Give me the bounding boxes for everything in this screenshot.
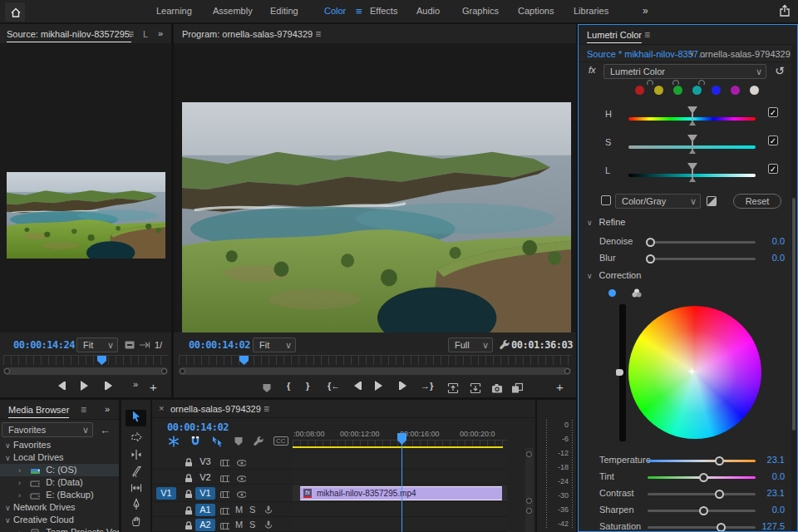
lock-track-toggle[interactable]	[182, 520, 192, 531]
clip-source-link[interactable]: Source * mikhail-nilov-8357...	[587, 49, 706, 59]
mute-toggle[interactable]: M	[235, 520, 243, 530]
source-playhead[interactable]	[97, 356, 106, 365]
step-back-button[interactable]	[354, 382, 362, 392]
clip-selector-chevron[interactable]: ∨	[689, 49, 695, 57]
reset-effect-icon[interactable]: ↺	[775, 64, 785, 77]
refine-section-header[interactable]: ∨Refine	[587, 217, 625, 227]
step-back-button[interactable]	[58, 382, 66, 392]
single-wheel-radio[interactable]	[608, 289, 616, 297]
track-output-toggle[interactable]	[235, 456, 246, 469]
clip-program-link[interactable]: ornella-salas-9794329 * m...	[700, 49, 793, 59]
tab-sequence[interactable]: ornella-salas-9794329 ≡	[170, 400, 269, 418]
mark-in-button[interactable]: {	[287, 381, 290, 391]
sync-lock-toggle[interactable]	[219, 456, 229, 469]
selection-tool[interactable]	[126, 410, 146, 426]
add-marker-button[interactable]	[260, 382, 273, 396]
tint-slider[interactable]	[648, 476, 756, 479]
program-playhead[interactable]	[239, 356, 249, 365]
tree-item-team-projects[interactable]: › Team Projects Version	[0, 526, 119, 532]
l-enable-checkbox[interactable]: ✓	[768, 164, 778, 174]
lock-track-toggle[interactable]	[182, 472, 192, 484]
tree-item-local-drives[interactable]: ∨Local Drives	[0, 451, 119, 464]
track-target-a1[interactable]: A1	[195, 504, 215, 516]
media-browser-menu-icon[interactable]: ≡	[81, 404, 86, 416]
source-panel-menu-icon[interactable]: ≡	[128, 28, 134, 40]
workspace-tab-assembly[interactable]: Assembly	[213, 6, 253, 16]
swatch-blue[interactable]	[712, 86, 721, 95]
lane-v3[interactable]	[293, 454, 507, 470]
extract-button[interactable]	[469, 382, 481, 396]
source-tabs-overflow-chevron[interactable]: »	[158, 28, 163, 38]
workspace-tab-editing[interactable]: Editing	[270, 6, 298, 16]
track-target-v2[interactable]: V2	[195, 471, 215, 484]
program-horizontal-scrollbar[interactable]	[179, 367, 571, 375]
tree-item-drive-e[interactable]: › E: (Backup)	[0, 489, 119, 501]
colorgray-checkbox[interactable]	[601, 195, 611, 205]
nest-toggle-button[interactable]	[167, 435, 180, 449]
tab-lumetri-color[interactable]: Lumetri Color ≡	[587, 25, 650, 45]
program-zoom-select[interactable]: Fit∨	[253, 337, 296, 352]
program-settings-button[interactable]	[498, 338, 510, 352]
solo-toggle[interactable]: S	[249, 520, 255, 530]
export-frame-button[interactable]	[490, 382, 503, 396]
media-filter-select[interactable]: Favorites∨	[2, 422, 93, 437]
linked-selection-button[interactable]	[210, 435, 223, 449]
timeline-playhead-line[interactable]	[401, 433, 402, 532]
program-time-ruler[interactable]	[179, 355, 571, 365]
source-patch-v1[interactable]: V1	[156, 487, 176, 500]
drag-video-button[interactable]	[138, 338, 150, 352]
comparison-view-button[interactable]	[510, 382, 523, 396]
luma-slider[interactable]	[619, 304, 626, 441]
scrollbar-handle[interactable]	[526, 498, 532, 504]
scrollbar-handle[interactable]	[526, 508, 532, 514]
h-range-slider[interactable]	[628, 117, 756, 121]
program-video-area[interactable]	[174, 45, 576, 332]
swatch-teal[interactable]	[692, 86, 702, 95]
lock-track-toggle[interactable]	[182, 488, 192, 500]
track-target-v1[interactable]: V1	[195, 487, 215, 500]
lock-track-toggle[interactable]	[182, 505, 192, 516]
tree-item-drive-c[interactable]: › C: (OS)	[0, 464, 119, 476]
mark-out-button[interactable]: }	[306, 381, 309, 391]
three-wheels-button[interactable]	[630, 287, 643, 301]
lumetri-scrollbar[interactable]	[791, 46, 796, 531]
s-enable-checkbox[interactable]: ✓	[768, 135, 778, 145]
track-target-a2[interactable]: A2	[195, 519, 215, 531]
captions-badge[interactable]: CC	[273, 436, 288, 446]
color-wheel[interactable]: +	[628, 306, 761, 439]
contrast-slider[interactable]	[648, 493, 756, 495]
button-editor-chevron[interactable]: »	[133, 379, 138, 389]
source-zoom-select[interactable]: Fit∨	[76, 337, 118, 352]
saturation-slider[interactable]	[648, 526, 756, 529]
add-marker-button[interactable]	[232, 435, 244, 449]
tab-source-monitor[interactable]: Source: mikhail-nilov-8357295.mp4	[7, 24, 131, 44]
back-button[interactable]: ←	[100, 424, 111, 436]
swatch-white[interactable]	[750, 86, 759, 95]
tree-item-drive-d[interactable]: › D: (Data)	[0, 476, 119, 489]
play-button[interactable]	[375, 381, 382, 392]
workspace-menu-icon[interactable]: ≡	[356, 5, 362, 17]
swatch-green[interactable]	[673, 86, 682, 95]
close-sequence-icon[interactable]: ×	[159, 403, 164, 413]
voiceover-record-button[interactable]	[262, 519, 272, 530]
program-panel-menu-icon[interactable]: ≡	[315, 28, 321, 40]
tree-item-network-drives[interactable]: ∨Network Drives	[0, 501, 119, 514]
l-range-slider[interactable]	[628, 174, 756, 177]
pen-tool[interactable]	[126, 498, 146, 515]
h-enable-checkbox[interactable]: ✓	[768, 107, 778, 117]
track-output-toggle[interactable]	[235, 472, 246, 485]
temperature-slider[interactable]	[648, 460, 756, 462]
reset-button[interactable]: Reset	[733, 194, 781, 209]
source-settings-button[interactable]	[123, 338, 135, 352]
timeline-panel-menu-icon[interactable]: ≡	[264, 403, 269, 415]
lumetri-panel-menu-icon[interactable]: ≡	[644, 29, 650, 41]
ripple-edit-tool[interactable]	[126, 448, 146, 465]
timeline-vertical-scrollbar[interactable]	[525, 448, 534, 532]
source-time-ruler[interactable]	[3, 355, 168, 365]
track-select-forward-tool[interactable]	[126, 431, 146, 447]
track-output-toggle[interactable]	[235, 488, 246, 500]
razor-tool[interactable]	[126, 465, 146, 481]
invert-mask-button[interactable]	[705, 195, 717, 209]
source-resolution-select[interactable]: 1/	[155, 340, 162, 350]
slip-tool[interactable]	[126, 481, 146, 498]
